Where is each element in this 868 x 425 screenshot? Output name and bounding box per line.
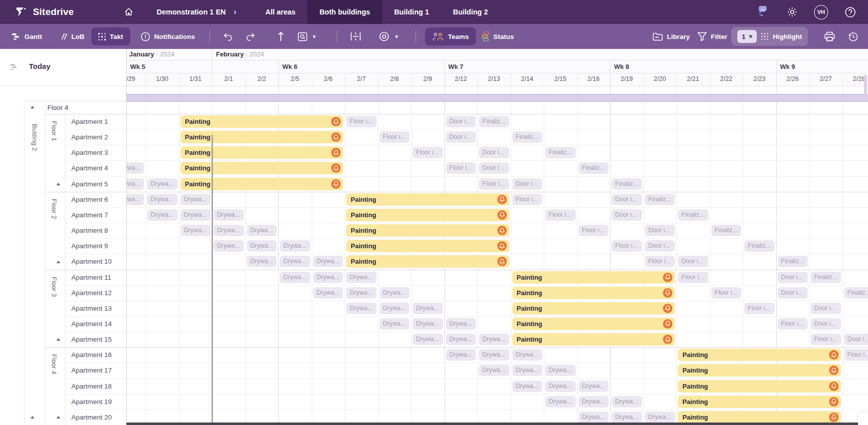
task-chip-finalization[interactable]: Finaliz... <box>545 147 576 158</box>
task-chip-drywall[interactable]: Drywa... <box>181 209 211 221</box>
user-avatar[interactable]: VH <box>814 5 828 19</box>
library-button[interactable]: Library <box>652 24 690 49</box>
painting-task-bar[interactable]: Painting <box>678 349 841 361</box>
painting-task-bar[interactable]: Painting <box>678 411 841 424</box>
painting-task-bar[interactable]: Painting <box>181 131 344 143</box>
highlight-group[interactable]: 1 × Highlight <box>731 27 808 46</box>
task-chip-floor-installation[interactable]: Floor i... <box>645 256 675 267</box>
task-chip-drywall[interactable]: Drywa... <box>512 381 543 392</box>
task-chip-finalization[interactable]: Finaliz... <box>479 116 509 127</box>
painting-task-bar[interactable]: Painting <box>181 146 344 159</box>
task-chip-drywall[interactable]: Drywa... <box>380 318 410 330</box>
filter-button[interactable]: Filter <box>697 24 727 49</box>
task-chip-drywall[interactable]: Drywa... <box>346 272 377 283</box>
painting-task-bar[interactable]: Painting <box>346 240 509 252</box>
painting-task-bar[interactable]: Painting <box>678 396 841 408</box>
task-chip-drywall[interactable]: Drywa... <box>579 412 609 423</box>
horizontal-scrollbar[interactable] <box>126 423 868 425</box>
task-chip-floor-installation[interactable]: Floor i... <box>346 116 377 127</box>
apartment-row-label[interactable]: Apartment 3 <box>71 149 108 156</box>
alarm-bell-icon[interactable] <box>497 226 507 235</box>
collapse-caret[interactable] <box>30 106 34 108</box>
task-chip-door-installation[interactable]: Door i... <box>612 209 642 221</box>
apartment-row-label[interactable]: Apartment 6 <box>71 196 108 203</box>
floor-collapse-caret[interactable] <box>56 261 60 263</box>
alarm-bell-icon[interactable] <box>497 241 507 251</box>
painting-task-bar[interactable]: Painting <box>512 302 675 315</box>
alarm-bell-icon[interactable] <box>829 382 839 391</box>
apartment-row-label[interactable]: Apartment 2 <box>71 133 108 141</box>
task-chip-finalization[interactable]: Finaliz... <box>579 162 609 174</box>
status-button[interactable]: Status <box>482 24 514 49</box>
alarm-bell-icon[interactable] <box>663 288 672 298</box>
painting-task-bar[interactable]: Painting <box>678 380 841 393</box>
fit-range-button[interactable] <box>350 24 361 49</box>
task-chip-drywall[interactable]: Drywa... <box>181 225 211 236</box>
task-chip-floor-installation[interactable]: Floor i... <box>744 303 775 314</box>
lob-view-button[interactable]: LoB <box>60 24 84 49</box>
painting-task-bar[interactable]: Painting <box>512 271 675 284</box>
task-chip-floor-installation[interactable]: Floor i... <box>711 287 742 299</box>
home-button[interactable] <box>111 0 147 24</box>
undo-button[interactable] <box>223 24 233 49</box>
painting-task-bar[interactable]: Painting <box>678 364 841 377</box>
task-chip-finalization[interactable]: Finaliz... <box>678 209 708 221</box>
teams-button[interactable]: Teams <box>425 27 476 45</box>
apartment-row-label[interactable]: Apartment 13 <box>71 305 112 312</box>
task-chip-drywall[interactable]: Drywa... <box>147 194 178 205</box>
collapsed-floor-header-label[interactable]: Floor 4 <box>47 104 68 111</box>
task-chip-door-installation[interactable]: Door i... <box>778 272 808 283</box>
task-chip-drywall[interactable]: Drywa... <box>247 240 277 252</box>
floor-collapse-caret[interactable] <box>56 183 60 185</box>
task-chip-door-installation[interactable]: Door i... <box>446 131 476 143</box>
apartment-row-label[interactable]: Apartment 18 <box>71 383 112 390</box>
task-chip-drywall[interactable]: Drywa... <box>579 396 609 408</box>
apartment-row-label[interactable]: Apartment 10 <box>71 258 112 265</box>
task-chip-drywall[interactable]: Drywa... <box>446 349 476 361</box>
task-chip-drywall[interactable]: Drywa... <box>612 412 642 423</box>
task-chip-drywall[interactable]: Drywa... <box>214 240 244 252</box>
task-chip-drywall[interactable]: Drywa... <box>280 256 310 267</box>
task-chip-drywall[interactable]: Drywa... <box>380 287 410 299</box>
task-chip-finalization[interactable]: Finaliz... <box>844 287 868 299</box>
vertical-scrollbar[interactable] <box>864 75 867 96</box>
support-chat-icon[interactable] <box>756 5 770 19</box>
task-chip-drywall[interactable]: Drywa... <box>147 178 178 190</box>
tab-all-areas[interactable]: All areas <box>253 0 307 24</box>
task-chip-drywall[interactable]: Drywa... <box>380 303 410 314</box>
task-chip-finalization[interactable]: Finaliz... <box>612 178 642 190</box>
painting-task-bar[interactable]: Painting <box>512 318 675 330</box>
clear-highlight-icon[interactable]: × <box>749 33 752 40</box>
task-chip-floor-installation[interactable]: Floor i... <box>446 162 476 174</box>
alarm-bell-icon[interactable] <box>331 179 341 189</box>
task-chip-floor-installation[interactable]: Floor i... <box>678 272 708 283</box>
alarm-bell-icon[interactable] <box>829 397 839 407</box>
task-chip-door-installation[interactable]: Door i... <box>844 334 868 345</box>
highlight-count-badge[interactable]: 1 × <box>737 30 757 43</box>
painting-task-bar[interactable]: Painting <box>181 178 344 190</box>
apartment-row-label[interactable]: Apartment 16 <box>71 351 112 359</box>
task-chip-door-installation[interactable]: Door i... <box>612 194 642 205</box>
task-chip-drywall[interactable]: Drywa... <box>479 334 509 345</box>
task-chip-door-installation[interactable]: Door i... <box>811 303 841 314</box>
task-chip-drywall[interactable]: Drywa... <box>545 365 576 376</box>
task-chip-drywall[interactable]: Drywa... <box>645 412 675 423</box>
alarm-bell-icon[interactable] <box>331 148 341 157</box>
task-chip-drywall[interactable]: Drywa... <box>612 396 642 408</box>
apartment-row-label[interactable]: Apartment 20 <box>71 414 112 421</box>
task-chip-drywall[interactable]: Drywa... <box>247 225 277 236</box>
apartment-row-label[interactable]: Apartment 7 <box>71 211 108 219</box>
gantt-view-button[interactable]: Gantt <box>12 24 42 49</box>
help-icon[interactable] <box>843 5 857 19</box>
floor-collapse-caret[interactable] <box>56 338 60 341</box>
task-chip-floor-installation[interactable]: Floor i... <box>612 240 642 252</box>
task-chip-floor-installation[interactable]: Floor i... <box>811 334 841 345</box>
painting-task-bar[interactable]: Painting <box>512 333 675 346</box>
tab-building-2[interactable]: Building 2 <box>441 0 500 24</box>
brand[interactable]: Sitedrive <box>0 0 105 24</box>
painting-task-bar[interactable]: Painting <box>346 193 509 206</box>
apartment-row-label[interactable]: Apartment 12 <box>71 289 112 297</box>
task-chip-drywall[interactable]: Drywa... <box>313 272 344 283</box>
publish-button[interactable] <box>277 24 284 49</box>
task-chip-floor-installation[interactable]: Floor i... <box>579 225 609 236</box>
